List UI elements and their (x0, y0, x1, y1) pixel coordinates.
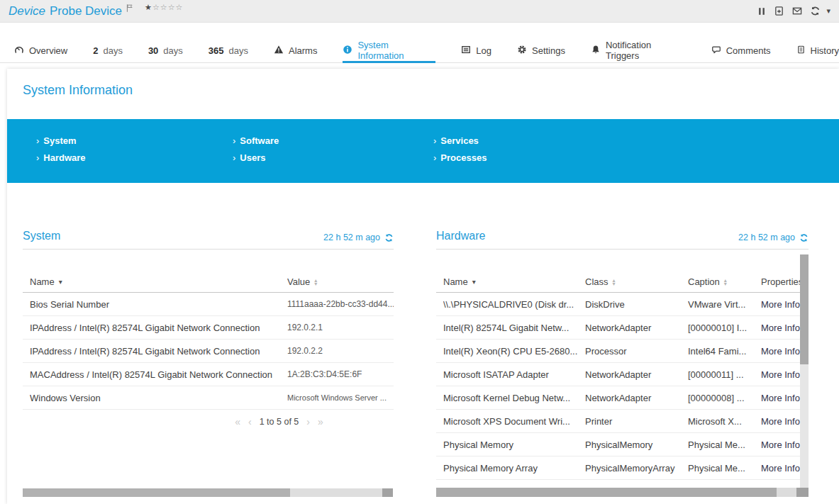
refresh-icon[interactable] (810, 6, 821, 16)
system-horizontal-scrollbar[interactable] (23, 488, 393, 497)
prev-page-button[interactable]: ‹ (248, 416, 252, 427)
tab-history[interactable]: History (796, 40, 839, 63)
tab-log[interactable]: Log (461, 40, 491, 63)
table-row: Windows Version Microsoft Windows Server… (23, 386, 394, 410)
pagination-label: 1 to 5 of 5 (260, 417, 299, 427)
hardware-vertical-scrollbar[interactable] (800, 254, 809, 497)
refresh-icon[interactable] (384, 233, 394, 242)
sort-icon: ▴▾ (613, 279, 616, 286)
system-table-rows: Bios Serial Number 1111aaaa-22bb-cc33-dd… (23, 293, 394, 410)
column-header-name[interactable]: Name ▾ (443, 276, 585, 287)
table-row: Microsoft Kernel Debug Netw... NetworkAd… (436, 386, 809, 410)
hardware-panel-title: Hardware (436, 230, 485, 242)
quick-link-software[interactable]: ›Software (233, 135, 433, 146)
sort-icon: ▴▾ (314, 279, 317, 286)
table-row: Physical Memory PhysicalMemory Physical … (436, 433, 809, 457)
table-row: \\.\PHYSICALDRIVE0 (Disk dr... DiskDrive… (436, 293, 809, 316)
send-email-icon[interactable] (791, 6, 803, 16)
system-panel-header: System 22 h 52 m ago (23, 230, 394, 250)
hardware-horizontal-scrollbar[interactable] (436, 488, 809, 497)
chevron-right-icon: › (433, 135, 436, 146)
history-page-icon (796, 45, 806, 57)
quick-link-processes[interactable]: ›Processes (433, 152, 839, 163)
sort-icon: ▴▾ (724, 279, 727, 286)
gauge-icon (14, 45, 24, 57)
star-filled-icon[interactable]: ★ (145, 3, 152, 11)
warning-triangle-icon (274, 45, 284, 57)
quick-links-col-2: ›Software ›Users (233, 135, 433, 183)
column-header-class[interactable]: Class ▴▾ (585, 276, 688, 287)
system-panel: System 22 h 52 m ago Name ▾ Value ▴▾ Bio… (23, 230, 394, 427)
star-empty-icon[interactable]: ☆ (176, 3, 184, 11)
priority-stars[interactable]: ★☆☆☆☆ (145, 3, 183, 12)
tab-system-information[interactable]: System Information (343, 40, 435, 63)
chevron-right-icon: › (433, 152, 436, 163)
info-circle-icon (343, 45, 352, 57)
column-header-name[interactable]: Name ▾ (30, 276, 287, 287)
device-header-bar: Device Probe Device ★☆☆☆☆ ▾ (0, 0, 839, 23)
last-page-button[interactable]: » (318, 416, 323, 427)
tab-2-days[interactable]: 2days (93, 40, 123, 63)
scrollbar-corner (796, 488, 809, 497)
quick-link-system[interactable]: ›System (36, 135, 233, 146)
system-table-header: Name ▾ Value ▴▾ (23, 276, 394, 293)
pause-icon[interactable] (757, 6, 767, 16)
caret-down-icon[interactable]: ▾ (826, 6, 830, 16)
device-name: Probe Device (50, 4, 122, 18)
bell-icon (591, 45, 601, 57)
hardware-table-rows: \\.\PHYSICALDRIVE0 (Disk dr... DiskDrive… (436, 293, 809, 490)
refresh-icon[interactable] (799, 233, 809, 242)
tab-settings[interactable]: Settings (517, 40, 565, 63)
star-empty-icon[interactable]: ☆ (152, 3, 160, 11)
quick-link-services[interactable]: ›Services (433, 135, 839, 146)
scrollbar-thumb[interactable] (23, 488, 290, 497)
star-empty-icon[interactable]: ☆ (168, 3, 176, 11)
chevron-right-icon: › (233, 135, 235, 146)
table-row: Bios Serial Number 1111aaaa-22bb-cc33-dd… (23, 293, 394, 316)
gear-icon (517, 45, 527, 57)
next-page-button[interactable]: › (306, 416, 310, 427)
system-panel-title: System (23, 230, 60, 242)
first-page-button[interactable]: « (235, 416, 240, 427)
quick-links-band: ›System ›Hardware ›Software ›Users ›Serv… (7, 119, 839, 183)
tab-notification-triggers[interactable]: Notification Triggers (591, 40, 686, 63)
tab-comments[interactable]: Comments (711, 40, 771, 63)
hardware-panel-header: Hardware 22 h 52 m ago (436, 230, 809, 250)
table-row: Intel(R) Xeon(R) CPU E5-2680... Processo… (436, 340, 809, 363)
hardware-table-header: Name ▾ Class ▴▾ Caption ▴▾ Properties (436, 276, 809, 293)
system-updated[interactable]: 22 h 52 m ago (323, 233, 394, 242)
column-header-caption[interactable]: Caption ▴▾ (688, 276, 761, 287)
star-empty-icon[interactable]: ☆ (160, 3, 168, 11)
system-pagination: « ‹ 1 to 5 of 5 › » (94, 416, 465, 427)
scrollbar-corner (382, 488, 393, 497)
chevron-right-icon: › (36, 152, 39, 163)
device-tabbar: Overview 2days 30days 365days Alarms Sys… (0, 40, 839, 63)
quick-link-users[interactable]: ›Users (233, 152, 433, 163)
add-report-icon[interactable] (774, 6, 784, 16)
comment-bubble-icon (711, 45, 721, 57)
content-card: System Information ›System ›Hardware ›So… (7, 69, 839, 504)
device-type-label: Device (9, 4, 45, 18)
table-row: MACAddress / Intel(R) 82574L Gigabit Net… (23, 363, 394, 386)
scrollbar-thumb[interactable] (800, 254, 809, 364)
quick-links-col-1: ›System ›Hardware (36, 135, 233, 183)
tab-overview[interactable]: Overview (14, 40, 67, 63)
chevron-right-icon: › (233, 152, 235, 163)
sort-desc-icon: ▾ (59, 278, 62, 286)
table-row: IPAddress / Intel(R) 82574L Gigabit Netw… (23, 316, 394, 340)
table-row: Microsoft XPS Document Wri... Printer Mi… (436, 410, 809, 433)
column-header-value[interactable]: Value ▴▾ (287, 276, 394, 287)
hardware-updated[interactable]: 22 h 52 m ago (738, 233, 809, 242)
scrollbar-thumb[interactable] (436, 488, 777, 497)
priority-flag-icon[interactable] (126, 3, 135, 16)
quick-link-hardware[interactable]: ›Hardware (36, 152, 233, 163)
page-title: System Information (23, 83, 133, 98)
header-actions: ▾ (757, 6, 830, 16)
tab-alarms[interactable]: Alarms (274, 40, 317, 63)
sort-desc-icon: ▾ (472, 278, 476, 286)
tab-365-days[interactable]: 365days (209, 40, 248, 63)
table-row: IPAddress / Intel(R) 82574L Gigabit Netw… (23, 340, 394, 363)
chevron-right-icon: › (36, 135, 39, 146)
tab-30-days[interactable]: 30days (148, 40, 183, 63)
hardware-panel: Hardware 22 h 52 m ago Name ▾ Class ▴▾ C… (436, 230, 809, 490)
